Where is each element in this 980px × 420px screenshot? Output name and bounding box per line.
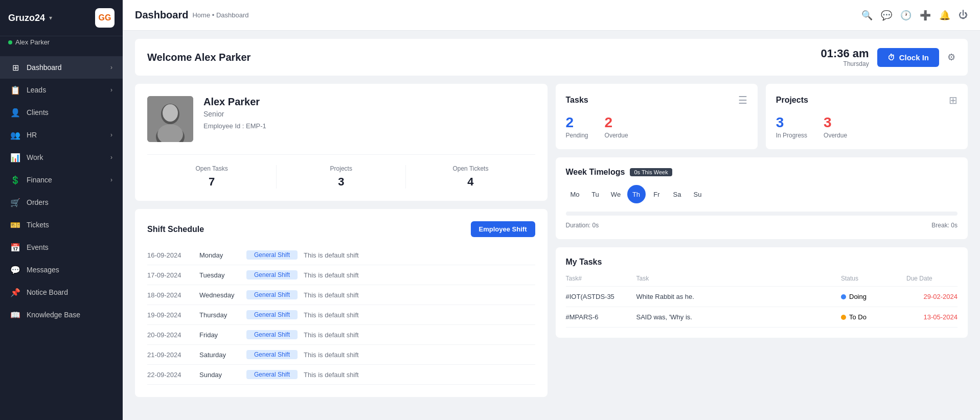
bell-icon[interactable]: 🔔	[939, 10, 950, 21]
page-title: Dashboard	[135, 9, 188, 21]
mytasks-col-header: Task#	[566, 275, 632, 282]
orders-icon: 🛒	[10, 197, 20, 207]
search-icon[interactable]: 🔍	[861, 10, 873, 21]
shift-description: This is default shift	[304, 311, 535, 319]
shift-badge: General Shift	[246, 350, 298, 359]
sidebar-item-work[interactable]: 📊 Work ›	[0, 146, 123, 169]
shift-description: This is default shift	[304, 271, 535, 279]
noticeboard-icon: 📌	[10, 287, 20, 297]
left-column: Alex Parker Senior Employee Id : EMP-1 O…	[135, 84, 548, 397]
nav-item-left: 💲 Finance	[10, 175, 52, 185]
shift-date: 18-09-2024	[147, 291, 193, 299]
content-area: Welcome Alex Parker 01:36 am Thursday ⏱ …	[123, 31, 980, 420]
profile-stat-open-tasks: Open Tasks 7	[147, 165, 277, 189]
shift-badge: General Shift	[246, 250, 298, 260]
sidebar-item-messages[interactable]: 💬 Messages	[0, 259, 123, 281]
projects-title: Projects	[776, 96, 808, 105]
sidebar-item-finance[interactable]: 💲 Finance ›	[0, 169, 123, 191]
projects-inprogress-label: In Progress	[776, 132, 807, 139]
clock-in-button[interactable]: ⏱ Clock In	[877, 48, 939, 67]
shift-schedule-card: Shift Schedule Employee Shift 16-09-2024…	[135, 209, 548, 397]
profile-name: Alex Parker	[203, 96, 266, 108]
tasks-title: Tasks	[566, 96, 588, 105]
nav-item-left: 👥 HR	[10, 130, 37, 140]
day-tab-th[interactable]: Th	[627, 185, 646, 203]
topbar: Dashboard Home • Dashboard 🔍 💬 🕐 ➕ 🔔 ⏻	[123, 0, 980, 31]
shift-description: This is default shift	[304, 351, 535, 359]
projects-header: Projects ⊞	[776, 94, 958, 106]
tasks-widget: Tasks ☰ 2 Pending 2 Overdue	[556, 84, 758, 149]
clock-time-value: 01:36 am	[821, 47, 869, 60]
tasks-overdue: 2 Overdue	[605, 114, 628, 139]
shift-date: 16-09-2024	[147, 251, 193, 259]
nav-label-knowledgebase: Knowledge Base	[27, 311, 80, 319]
sidebar-item-hr[interactable]: 👥 HR ›	[0, 124, 123, 146]
sidebar-item-clients[interactable]: 👤 Clients	[0, 101, 123, 124]
chevron-icon: ›	[110, 131, 112, 138]
day-tab-tu[interactable]: Tu	[586, 185, 605, 203]
tasks-stats: 2 Pending 2 Overdue	[566, 114, 747, 139]
tasks-overdue-value: 2	[605, 114, 628, 131]
projects-inprogress-value: 3	[776, 114, 807, 131]
day-tab-sa[interactable]: Sa	[668, 185, 687, 203]
main-area: Dashboard Home • Dashboard 🔍 💬 🕐 ➕ 🔔 ⏻ W…	[123, 0, 980, 420]
nav-item-left: 📋 Leads	[10, 85, 46, 95]
day-tab-mo[interactable]: Mo	[566, 185, 584, 203]
sidebar-nav: ⊞ Dashboard › 📋 Leads › 👤 Clients 👥 HR ›…	[0, 52, 123, 420]
tasks-header: Tasks ☰	[566, 94, 747, 106]
projects-widget: Projects ⊞ 3 In Progress 3 Overdue	[766, 84, 968, 149]
knowledgebase-icon: 📖	[10, 310, 20, 320]
brand-name: Gruzo24	[8, 13, 45, 24]
shift-row: 22-09-2024 Sunday General Shift This is …	[147, 365, 535, 385]
leads-icon: 📋	[10, 85, 20, 95]
status-dot	[841, 315, 846, 320]
mytasks-col-header: Due Date	[906, 275, 958, 282]
sidebar-item-knowledgebase[interactable]: 📖 Knowledge Base	[0, 304, 123, 326]
clock-icon[interactable]: 🕐	[900, 10, 911, 21]
timelogs-card: Week Timelogs 0s This Week MoTuWeThFrSaS…	[556, 157, 968, 239]
sidebar-item-events[interactable]: 📅 Events	[0, 236, 123, 259]
tasks-overdue-label: Overdue	[605, 132, 628, 139]
sidebar-item-orders[interactable]: 🛒 Orders	[0, 191, 123, 214]
settings-icon[interactable]: ⚙	[947, 52, 955, 63]
sidebar-item-tickets[interactable]: 🎫 Tickets	[0, 214, 123, 236]
shift-day: Sunday	[199, 371, 240, 379]
profile-stats: Open Tasks 7 Projects 3 Open Tickets 4	[147, 154, 535, 189]
shift-badge: General Shift	[246, 370, 298, 379]
plus-icon[interactable]: ➕	[920, 10, 931, 21]
nav-label-hr: HR	[27, 131, 37, 139]
task-due-date: 13-05-2024	[906, 313, 958, 321]
welcome-bar: Welcome Alex Parker 01:36 am Thursday ⏱ …	[135, 39, 968, 76]
projects-overdue-label: Overdue	[824, 132, 847, 139]
timelogs-badge: 0s This Week	[630, 168, 672, 176]
nav-label-events: Events	[27, 243, 49, 251]
sidebar-item-noticeboard[interactable]: 📌 Notice Board	[0, 281, 123, 304]
day-tab-we[interactable]: We	[607, 185, 625, 203]
day-tab-fr[interactable]: Fr	[648, 185, 666, 203]
welcome-greeting: Welcome Alex Parker	[147, 52, 250, 63]
sidebar-item-leads[interactable]: 📋 Leads ›	[0, 79, 123, 101]
employee-shift-button[interactable]: Employee Shift	[471, 221, 535, 237]
power-icon[interactable]: ⏻	[959, 10, 968, 20]
timelog-bar-container	[566, 212, 958, 216]
nav-item-left: 📌 Notice Board	[10, 287, 68, 297]
shift-description: This is default shift	[304, 291, 535, 299]
mytasks-table-header: Task#TaskStatusDue Date	[566, 275, 958, 287]
nav-item-left: 💬 Messages	[10, 265, 59, 275]
open-tasks-value: 7	[147, 175, 276, 189]
chat-icon[interactable]: 💬	[881, 10, 892, 21]
clients-icon: 👤	[10, 107, 20, 118]
nav-item-left: 🛒 Orders	[10, 197, 49, 207]
nav-label-messages: Messages	[27, 266, 59, 274]
task-name: White Rabbit as he.	[636, 293, 837, 300]
shift-row: 20-09-2024 Friday General Shift This is …	[147, 325, 535, 345]
tasks-pending-label: Pending	[566, 132, 588, 139]
sidebar-user: Alex Parker	[0, 36, 123, 52]
shift-description: This is default shift	[304, 331, 535, 339]
sidebar-item-dashboard[interactable]: ⊞ Dashboard ›	[0, 56, 123, 79]
nav-label-clients: Clients	[27, 108, 49, 116]
day-tab-su[interactable]: Su	[689, 185, 707, 203]
hr-icon: 👥	[10, 130, 20, 140]
tasks-pending: 2 Pending	[566, 114, 588, 139]
brand-arrow-icon: ▾	[49, 14, 52, 21]
